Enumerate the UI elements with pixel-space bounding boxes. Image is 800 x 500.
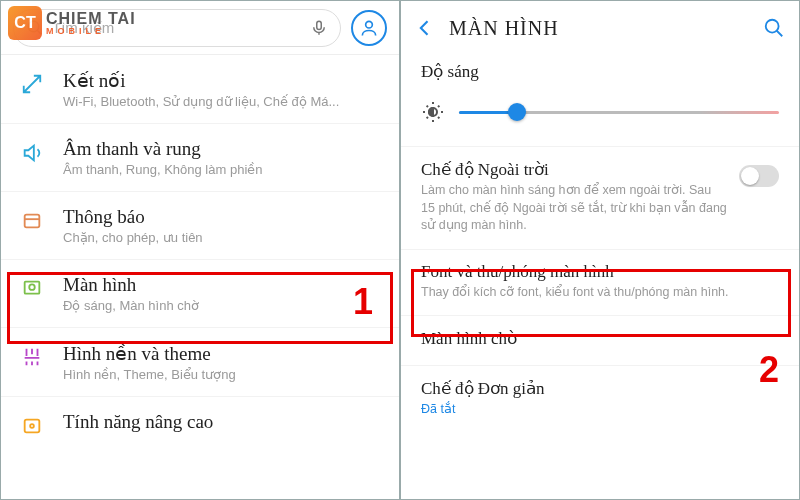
svg-line-11 <box>777 31 783 37</box>
row-title: Tính năng nâng cao <box>63 411 381 433</box>
settings-row-wallpaper[interactable]: Hình nền và theme Hình nền, Theme, Biểu … <box>1 328 399 397</box>
standby-row[interactable]: Màn hình chờ <box>401 316 799 366</box>
svg-rect-6 <box>25 282 40 294</box>
settings-row-display[interactable]: Màn hình Độ sáng, Màn hình chờ <box>1 260 399 328</box>
profile-button[interactable] <box>351 10 387 46</box>
step-badge-2: 2 <box>759 349 779 391</box>
svg-point-3 <box>366 21 373 28</box>
row-sub: Chặn, cho phép, ưu tiên <box>63 230 381 245</box>
row-sub: Wi-Fi, Bluetooth, Sử dụng dữ liệu, Chế đ… <box>63 94 381 109</box>
row-title: Màn hình chờ <box>421 328 779 349</box>
back-icon[interactable] <box>415 18 435 38</box>
svg-rect-8 <box>25 420 40 433</box>
row-title: Âm thanh và rung <box>63 138 381 160</box>
settings-list-screen: Tìm kiếm Kết nối Wi-Fi, Bluetooth, Sử dụ… <box>0 0 400 500</box>
row-title: Thông báo <box>63 206 381 228</box>
svg-point-7 <box>29 284 35 290</box>
row-sub: Âm thanh, Rung, Không làm phiền <box>63 162 381 177</box>
wallpaper-icon <box>21 346 43 368</box>
watermark-logo: CT CHIEM TAI MOBILE <box>8 6 136 40</box>
brightness-label: Độ sáng <box>421 61 779 82</box>
person-icon <box>359 18 379 38</box>
row-sub: Làm cho màn hình sáng hơn để xem ngoài t… <box>421 182 727 235</box>
svg-rect-4 <box>25 215 40 228</box>
connections-icon <box>21 73 43 95</box>
search-icon[interactable] <box>763 17 785 39</box>
outdoor-mode-toggle[interactable] <box>739 165 779 187</box>
row-title: Hình nền và theme <box>63 342 381 365</box>
watermark-badge: CT <box>8 6 42 40</box>
outdoor-mode-row[interactable]: Chế độ Ngoài trời Làm cho màn hình sáng … <box>401 147 799 250</box>
simple-mode-row[interactable]: Chế độ Đơn giản Đã tắt <box>401 366 799 433</box>
row-status: Đã tắt <box>421 401 779 419</box>
brightness-slider[interactable] <box>459 111 779 114</box>
row-sub: Độ sáng, Màn hình chờ <box>63 298 381 313</box>
row-title: Chế độ Đơn giản <box>421 378 779 399</box>
mic-icon[interactable] <box>310 19 328 37</box>
svg-point-10 <box>766 20 779 33</box>
settings-row-sound[interactable]: Âm thanh và rung Âm thanh, Rung, Không l… <box>1 124 399 192</box>
settings-row-advanced[interactable]: Tính năng nâng cao <box>1 397 399 451</box>
row-title: Kết nối <box>63 69 381 92</box>
display-icon <box>21 278 43 300</box>
row-title: Màn hình <box>63 274 381 296</box>
settings-row-notifications[interactable]: Thông báo Chặn, cho phép, ưu tiên <box>1 192 399 260</box>
row-sub: Thay đổi kích cỡ font, kiểu font và thu/… <box>421 284 779 302</box>
font-zoom-row[interactable]: Font và thu/phóng màn hình Thay đổi kích… <box>401 250 799 317</box>
step-badge-1: 1 <box>353 281 373 323</box>
svg-point-9 <box>30 424 34 428</box>
watermark-line1: CHIEM TAI <box>46 11 136 27</box>
watermark-line2: MOBILE <box>46 27 136 36</box>
svg-rect-2 <box>317 21 322 29</box>
display-settings-screen: MÀN HÌNH Độ sáng Chế độ Ngoài trời Làm c… <box>400 0 800 500</box>
row-title: Font và thu/phóng màn hình <box>421 262 779 282</box>
brightness-icon <box>421 100 445 124</box>
brightness-slider-row <box>401 84 799 146</box>
row-title: Chế độ Ngoài trời <box>421 159 727 180</box>
advanced-icon <box>21 415 43 437</box>
sound-icon <box>21 142 43 164</box>
settings-row-connections[interactable]: Kết nối Wi-Fi, Bluetooth, Sử dụng dữ liệ… <box>1 55 399 124</box>
row-sub: Hình nền, Theme, Biểu tượng <box>63 367 381 382</box>
nav-bar: MÀN HÌNH <box>401 1 799 55</box>
notifications-icon <box>21 210 43 232</box>
page-title: MÀN HÌNH <box>449 17 749 40</box>
